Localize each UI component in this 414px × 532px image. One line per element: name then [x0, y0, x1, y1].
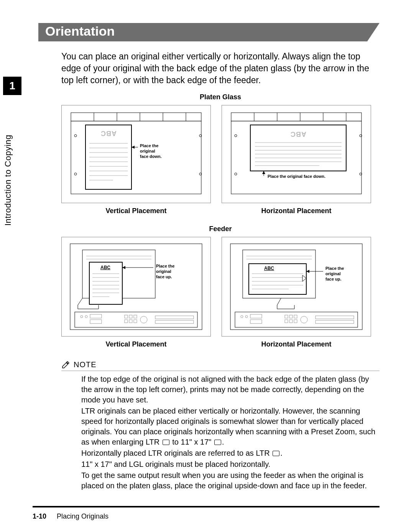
- svg-text:face down.: face down.: [140, 154, 162, 159]
- note-paragraph: LTR originals can be placed either verti…: [81, 406, 380, 447]
- section-heading-banner: Orientation: [38, 23, 380, 41]
- feeder-horizontal-panel: ABC: [222, 237, 371, 348]
- platen-horizontal-diagram: ABC Place the original face down.: [222, 105, 371, 203]
- landscape-orientation-icon: [214, 440, 221, 445]
- chapter-vertical-label: Introduction to Copying: [3, 100, 21, 261]
- svg-text:Place the: Place the: [156, 264, 174, 268]
- svg-text:face up.: face up.: [156, 274, 172, 279]
- svg-text:original: original: [140, 149, 155, 153]
- section-heading: Orientation: [45, 24, 115, 39]
- svg-rect-0: [71, 113, 201, 121]
- footer-rule: [33, 506, 380, 507]
- feeder-vertical-diagram: ABC: [61, 237, 211, 337]
- doc-text: ABC: [100, 265, 110, 270]
- note-heading: NOTE: [74, 360, 97, 369]
- platen-row: ABC Place the original: [61, 105, 380, 215]
- feeder-vertical-caption: Vertical Placement: [61, 340, 211, 348]
- svg-rect-26: [231, 113, 361, 121]
- note-paragraph: To get the same output result when you a…: [81, 470, 380, 491]
- page-number: 1-10: [33, 512, 46, 520]
- figures-block: Platen Glass ABC: [61, 93, 380, 348]
- platen-vertical-caption: Vertical Placement: [61, 207, 211, 215]
- feeder-horizontal-diagram: ABC: [222, 237, 371, 337]
- pencil-note-icon: [61, 360, 71, 369]
- page-footer: 1-10 Placing Originals: [33, 512, 108, 521]
- landscape-orientation-icon: [163, 440, 169, 445]
- landscape-orientation-icon: [273, 451, 279, 456]
- svg-text:Place the: Place the: [325, 266, 344, 271]
- svg-rect-82: [249, 264, 306, 294]
- svg-text:Place the: Place the: [140, 143, 158, 148]
- platen-glass-title: Platen Glass: [61, 93, 380, 101]
- note-heading-row: NOTE: [61, 360, 380, 371]
- platen-vertical-panel: ABC Place the original: [61, 105, 211, 215]
- svg-text:original: original: [156, 269, 171, 274]
- platen-horizontal-panel: ABC Place the original face down.: [222, 105, 371, 215]
- side-tab: 1 Introduction to Copying: [3, 77, 21, 264]
- platen-horizontal-instruction: Place the original face down.: [268, 174, 325, 179]
- feeder-title: Feeder: [61, 225, 380, 233]
- note-paragraph: Horizontally placed LTR originals are re…: [81, 448, 380, 458]
- footer-section-name: Placing Originals: [57, 512, 108, 520]
- note-block: NOTE If the top edge of the original is …: [61, 360, 380, 491]
- chapter-number-box: 1: [3, 77, 21, 95]
- platen-horizontal-caption: Horizontal Placement: [222, 207, 371, 215]
- svg-text:original: original: [325, 271, 341, 276]
- note-body: If the top edge of the original is not a…: [61, 374, 380, 491]
- svg-text:face up.: face up.: [325, 277, 342, 281]
- feeder-vertical-panel: ABC: [61, 237, 211, 348]
- doc-text: ABC: [264, 266, 274, 271]
- note-paragraph: If the top edge of the original is not a…: [81, 374, 380, 405]
- feeder-horizontal-caption: Horizontal Placement: [222, 340, 371, 348]
- platen-vertical-diagram: ABC Place the original: [61, 105, 211, 203]
- chapter-number: 1: [9, 80, 15, 92]
- doc-text: ABC: [100, 130, 117, 137]
- feeder-row: ABC: [61, 237, 380, 348]
- intro-paragraph: You can place an original either vertica…: [61, 51, 380, 86]
- page: 1 Introduction to Copying Orientation Yo…: [0, 0, 414, 532]
- note-paragraph: 11" x 17" and LGL originals must be plac…: [81, 459, 380, 470]
- doc-text: ABC: [290, 130, 306, 138]
